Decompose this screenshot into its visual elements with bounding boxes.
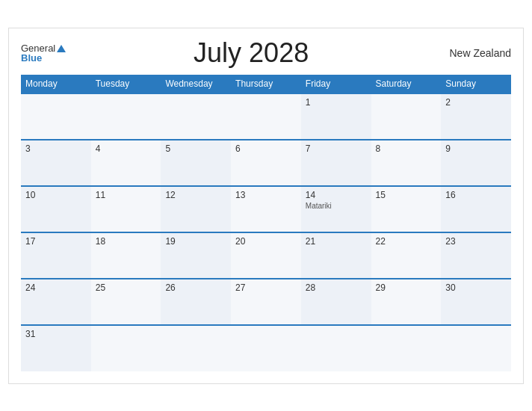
day-number: 20 — [235, 236, 297, 247]
day-number: 10 — [25, 190, 87, 200]
header-friday: Friday — [301, 75, 371, 93]
day-number: 19 — [165, 236, 226, 247]
day-number: 8 — [376, 143, 437, 154]
weekday-header-row: Monday Tuesday Wednesday Thursday Friday… — [21, 75, 511, 93]
day-cell: 20 — [231, 232, 301, 279]
day-number: 30 — [445, 282, 507, 293]
header-saturday: Saturday — [371, 75, 442, 93]
day-cell: 21 — [301, 232, 371, 279]
day-number: 12 — [165, 190, 226, 200]
day-number: 16 — [445, 190, 507, 200]
day-number: 25 — [96, 282, 157, 293]
day-number: 28 — [306, 282, 367, 293]
holiday-label: Matariki — [306, 202, 367, 210]
day-number: 9 — [445, 143, 507, 154]
calendar-title: July 2028 — [66, 37, 436, 69]
day-number: 17 — [25, 236, 87, 247]
day-cell — [301, 325, 371, 371]
day-cell: 26 — [161, 279, 231, 325]
logo-general-text: General — [21, 43, 66, 53]
day-number: 22 — [376, 236, 437, 247]
header-thursday: Thursday — [231, 75, 301, 93]
day-cell — [231, 325, 301, 371]
day-cell — [371, 325, 442, 371]
day-cell: 28 — [301, 279, 371, 325]
day-cell: 4 — [91, 140, 161, 186]
day-cell: 5 — [161, 140, 231, 186]
day-cell: 9 — [441, 140, 511, 186]
day-number: 18 — [96, 236, 157, 247]
day-cell: 23 — [441, 232, 511, 279]
day-cell: 10 — [21, 186, 91, 232]
header-monday: Monday — [21, 75, 91, 93]
calendar-body: 1234567891011121314Matariki1516171819202… — [21, 93, 511, 371]
day-cell: 7 — [301, 140, 371, 186]
calendar-header: General Blue July 2028 New Zealand — [21, 37, 511, 69]
day-cell: 31 — [21, 325, 91, 371]
calendar-week-6: 31 — [21, 325, 511, 371]
day-cell: 3 — [21, 140, 91, 186]
logo-blue-text: Blue — [21, 53, 66, 63]
day-number: 2 — [445, 97, 507, 108]
day-cell: 25 — [91, 279, 161, 325]
day-cell — [161, 325, 231, 371]
day-number: 21 — [306, 236, 367, 247]
day-number: 31 — [25, 329, 87, 339]
header-wednesday: Wednesday — [161, 75, 231, 93]
day-cell: 12 — [161, 186, 231, 232]
day-number: 15 — [376, 190, 437, 200]
day-cell — [161, 93, 231, 140]
day-number: 11 — [96, 190, 157, 200]
day-number: 29 — [376, 282, 437, 293]
day-cell — [441, 325, 511, 371]
day-cell: 16 — [441, 186, 511, 232]
day-cell — [21, 93, 91, 140]
day-cell: 24 — [21, 279, 91, 325]
day-number: 1 — [306, 97, 367, 108]
calendar-week-4: 17181920212223 — [21, 232, 511, 279]
day-cell: 18 — [91, 232, 161, 279]
day-cell — [371, 93, 442, 140]
day-number: 26 — [165, 282, 226, 293]
day-cell: 22 — [371, 232, 442, 279]
day-number: 5 — [165, 143, 226, 154]
day-cell: 6 — [231, 140, 301, 186]
day-cell: 8 — [371, 140, 442, 186]
day-number: 14 — [306, 190, 367, 200]
day-number: 23 — [445, 236, 507, 247]
calendar-week-2: 3456789 — [21, 140, 511, 186]
day-cell: 17 — [21, 232, 91, 279]
logo-triangle-icon — [57, 45, 66, 52]
day-cell: 13 — [231, 186, 301, 232]
day-number: 7 — [306, 143, 367, 154]
day-number: 24 — [25, 282, 87, 293]
day-cell: 27 — [231, 279, 301, 325]
day-cell: 2 — [441, 93, 511, 140]
day-cell: 29 — [371, 279, 442, 325]
day-number: 4 — [96, 143, 157, 154]
calendar-week-1: 12 — [21, 93, 511, 140]
day-cell — [231, 93, 301, 140]
day-number: 3 — [25, 143, 87, 154]
logo: General Blue — [21, 43, 66, 63]
day-cell: 15 — [371, 186, 442, 232]
day-number: 6 — [235, 143, 297, 154]
day-number: 27 — [235, 282, 297, 293]
header-sunday: Sunday — [441, 75, 511, 93]
day-cell: 14Matariki — [301, 186, 371, 232]
calendar-week-3: 1011121314Matariki1516 — [21, 186, 511, 232]
day-number: 13 — [235, 190, 297, 200]
calendar-grid: Monday Tuesday Wednesday Thursday Friday… — [21, 75, 511, 371]
calendar-container: General Blue July 2028 New Zealand Monda… — [8, 28, 524, 384]
header-tuesday: Tuesday — [91, 75, 161, 93]
day-cell: 19 — [161, 232, 231, 279]
day-cell: 1 — [301, 93, 371, 140]
day-cell: 30 — [441, 279, 511, 325]
day-cell: 11 — [91, 186, 161, 232]
day-cell — [91, 325, 161, 371]
calendar-week-5: 24252627282930 — [21, 279, 511, 325]
country-label: New Zealand — [436, 47, 511, 59]
day-cell — [91, 93, 161, 140]
